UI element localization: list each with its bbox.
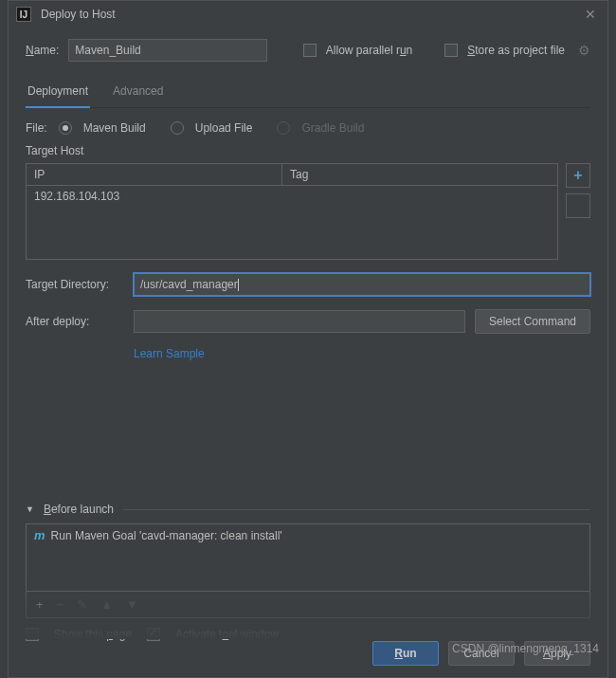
target-dir-input[interactable]: /usr/cavd_manager <box>134 273 590 296</box>
activate-tool-checkbox[interactable] <box>147 628 160 641</box>
collapse-icon[interactable]: ▼ <box>26 504 34 514</box>
store-project-label: Store as project file <box>467 44 565 57</box>
radio-gradle-build[interactable] <box>277 121 290 135</box>
th-ip: IP <box>27 164 282 185</box>
list-item[interactable]: m Run Maven Goal 'cavd-manager: clean in… <box>27 524 589 546</box>
remove-task-icon[interactable]: − <box>57 597 64 612</box>
cell-ip: 192.168.104.103 <box>27 186 282 207</box>
th-tag: Tag <box>282 164 557 185</box>
goal-text: Run Maven Goal 'cavd-manager: clean inst… <box>51 529 282 542</box>
run-button[interactable]: Run <box>372 641 439 666</box>
plus-icon: + <box>573 167 582 184</box>
select-command-button[interactable]: Select Command <box>475 309 590 334</box>
close-icon[interactable]: ✕ <box>581 7 600 22</box>
store-project-checkbox[interactable] <box>444 44 458 57</box>
show-page-checkbox[interactable] <box>26 628 39 641</box>
tabs: Deployment Advanced <box>26 79 590 108</box>
trash-icon <box>571 199 585 212</box>
radio-gradle-label: Gradle Build <box>301 121 364 135</box>
after-deploy-label: After deploy: <box>26 315 124 328</box>
radio-upload-file[interactable] <box>171 121 184 135</box>
gear-icon[interactable]: ⚙ <box>578 43 590 58</box>
watermark: CSDN @linmengmeng_1314 <box>452 642 599 655</box>
before-launch-label: Before launch <box>44 503 114 516</box>
before-launch-list[interactable]: m Run Maven Goal 'cavd-manager: clean in… <box>26 523 590 592</box>
titlebar: IJ Deploy to Host ✕ <box>9 1 607 27</box>
add-host-button[interactable]: + <box>566 163 590 188</box>
tab-deployment[interactable]: Deployment <box>26 79 90 107</box>
activate-tool-label: Activate tool window <box>175 628 279 641</box>
delete-host-button[interactable] <box>566 193 590 218</box>
window-title: Deploy to Host <box>41 8 581 21</box>
radio-upload-label: Upload File <box>195 121 253 135</box>
show-page-label: Show this page <box>54 628 132 641</box>
target-host-label: Target Host <box>26 144 590 157</box>
allow-parallel-checkbox[interactable] <box>303 44 317 57</box>
target-dir-label: Target Directory: <box>26 278 124 291</box>
move-up-icon[interactable]: ▲ <box>100 597 113 612</box>
after-deploy-input[interactable] <box>134 310 465 333</box>
app-icon: IJ <box>16 7 31 22</box>
radio-maven-build[interactable] <box>59 121 72 135</box>
move-down-icon[interactable]: ▼ <box>126 597 138 612</box>
name-input[interactable] <box>68 39 267 62</box>
table-row[interactable]: 192.168.104.103 <box>27 186 557 207</box>
name-label: Name: <box>26 44 59 57</box>
tab-advanced[interactable]: Advanced <box>111 79 165 107</box>
cell-tag <box>282 186 298 207</box>
dialog-window: IJ Deploy to Host ✕ Name: Allow parallel… <box>8 0 608 678</box>
maven-icon: m <box>34 528 45 542</box>
list-toolbar: + − ✎ ▲ ▼ <box>26 592 590 618</box>
add-task-icon[interactable]: + <box>36 597 44 612</box>
edit-task-icon[interactable]: ✎ <box>77 597 87 612</box>
learn-sample-link[interactable]: Learn Sample <box>134 347 205 360</box>
host-table[interactable]: IP Tag 192.168.104.103 <box>26 163 558 260</box>
allow-parallel-label: Allow parallel run <box>326 44 412 57</box>
radio-maven-label: Maven Build <box>83 121 146 135</box>
file-label: File: <box>26 121 47 135</box>
